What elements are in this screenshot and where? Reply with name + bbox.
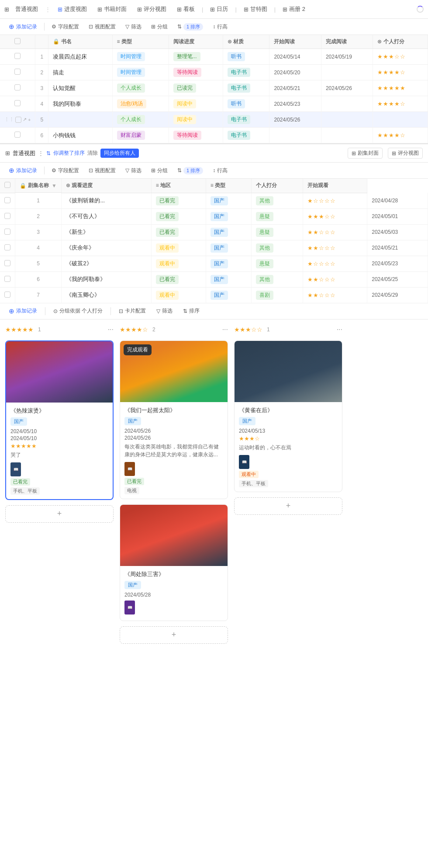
row-title[interactable]: 搞走	[48, 65, 112, 80]
series-cover-btn[interactable]: ⊞ 剧集封面	[348, 148, 383, 159]
row-title[interactable]: 凌晨四点起床	[48, 49, 112, 65]
row-checkbox-2[interactable]	[0, 271, 15, 287]
row-checkbox-2[interactable]	[0, 256, 15, 271]
row-personal-stars[interactable]: ★★☆☆☆	[303, 271, 367, 287]
th-type-1[interactable]: ≡ 类型	[112, 35, 169, 49]
movie-card[interactable]: 《热辣滚烫》 国产 2024/05/10 2024/05/10 ★★★★★ 哭了…	[5, 340, 114, 500]
add-record-btn-1[interactable]: ⊕ 添加记录	[5, 21, 41, 32]
row-personal-stars[interactable]: ★★☆☆☆	[303, 287, 367, 303]
row-watch-progress[interactable]: 观看中	[151, 240, 206, 256]
row-type[interactable]: 治愈/鸡汤	[112, 96, 169, 112]
row-checkbox-2[interactable]	[0, 208, 15, 224]
row-watch-progress[interactable]: 观看中	[151, 256, 206, 271]
row-personal-stars[interactable]: ★★☆☆☆	[303, 240, 367, 256]
row-region[interactable]: 国产	[206, 271, 251, 287]
row-title[interactable]: 我的阿勒泰	[48, 96, 112, 112]
add-card-btn[interactable]: +	[5, 505, 114, 523]
row-checkbox[interactable]: ⋮⋮ ↗ +	[0, 112, 35, 128]
tab-progress-view[interactable]: ⊞ 进度视图	[53, 3, 91, 15]
th-material-1[interactable]: ⊙ 材质	[223, 35, 269, 49]
row-progress[interactable]: 阅读中	[169, 96, 223, 112]
group-more-btn[interactable]: ···	[108, 326, 114, 333]
group-more-btn[interactable]: ···	[337, 326, 342, 333]
row-series-title[interactable]: 《不可告人》	[62, 208, 151, 224]
row-series-type[interactable]: 其他	[252, 271, 303, 287]
row-watch-progress[interactable]: 已看完	[151, 208, 206, 224]
tab-bookcover[interactable]: ⊞ 书籍封面	[93, 3, 131, 15]
row-series-type[interactable]: 喜剧	[252, 287, 303, 303]
th-personal-score[interactable]: 个人打分	[252, 179, 303, 193]
movie-card[interactable]: 《周处除三害》 国产 2024/05/28 📖	[120, 504, 228, 621]
group-btn-1[interactable]: ⊞ 分组	[148, 22, 171, 32]
th-watch-progress[interactable]: ⊙ 观看进度	[62, 179, 151, 193]
row-checkbox-2[interactable]	[0, 193, 15, 208]
row-personal-stars[interactable]: ★☆☆☆☆	[303, 256, 367, 271]
row-series-title[interactable]: 《披荆斩棘的...	[62, 193, 151, 208]
row-title[interactable]: 认知觉醒	[48, 80, 112, 96]
tab-calendar[interactable]: ⊞ 日历	[206, 3, 232, 15]
row-stars[interactable]	[373, 112, 428, 128]
th-checkbox-1[interactable]	[0, 35, 35, 49]
tab-kanban[interactable]: ⊞ 看板	[173, 3, 199, 15]
th-region[interactable]: ≡ 地区	[151, 179, 206, 193]
row-type[interactable]: 时间管理	[112, 49, 169, 65]
row-material[interactable]: 电子书	[223, 112, 269, 128]
row-type[interactable]: 财富启蒙	[112, 128, 169, 143]
filter-btn-1[interactable]: ▽ 筛选	[122, 22, 145, 32]
view-config-btn-2[interactable]: ⊡ 视图配置	[85, 166, 119, 176]
section2-more-icon[interactable]: ⋮	[38, 150, 44, 156]
row-region[interactable]: 国产	[206, 256, 251, 271]
row-region[interactable]: 国产	[206, 224, 251, 240]
add-card-btn[interactable]: +	[234, 497, 342, 515]
row-checkbox-2[interactable]	[0, 240, 15, 256]
row-checkbox-2[interactable]	[0, 287, 15, 303]
row-stars[interactable]: ★★★★★	[373, 80, 428, 96]
filter-btn-3[interactable]: ▽ 筛选	[153, 306, 176, 316]
row-material[interactable]: 听书	[223, 49, 269, 65]
rating-view-btn[interactable]: ⊞ 评分视图	[388, 148, 423, 159]
sort-btn-3[interactable]: ⇅ 排序	[179, 306, 203, 316]
row-personal-stars[interactable]: ★★☆☆☆	[303, 224, 367, 240]
row-series-title[interactable]: 《庆余年》	[62, 240, 151, 256]
row-checkbox[interactable]	[0, 96, 35, 112]
row-watch-progress[interactable]: 已看完	[151, 193, 206, 208]
sort-btn-1[interactable]: ⇅ 1 排序	[174, 22, 207, 32]
group-btn-2[interactable]: ⊞ 分组	[148, 166, 171, 176]
row-material[interactable]: 电子书	[223, 65, 269, 80]
row-checkbox[interactable]	[0, 65, 35, 80]
th-stars-1[interactable]: ⊙ 个人打分	[373, 35, 428, 49]
field-config-btn-2[interactable]: ⚙ 字段配置	[48, 166, 83, 176]
row-type[interactable]: 个人成长	[112, 80, 169, 96]
th-checkbox-2[interactable]	[0, 179, 15, 193]
row-stars[interactable]: ★★★★☆	[373, 65, 428, 80]
movie-card[interactable]: 完成观看 《我们一起摇太阳》 国产 2024/05/26 2024/05/26 …	[120, 340, 228, 499]
add-card-btn[interactable]: +	[120, 626, 228, 644]
row-checkbox[interactable]	[0, 49, 35, 65]
field-config-btn-1[interactable]: ⚙ 字段配置	[48, 22, 83, 32]
th-start-watch[interactable]: 开始观看	[303, 179, 367, 193]
sort-sync-btn[interactable]: 同步给所有人	[100, 149, 139, 158]
row-watch-progress[interactable]: 已看完	[151, 224, 206, 240]
row-material[interactable]: 电子书	[223, 128, 269, 143]
rowheight-btn-2[interactable]: ↕ 行高	[209, 166, 231, 176]
row-progress[interactable]: 等待阅读	[169, 65, 223, 80]
row-watch-progress[interactable]: 观看中	[151, 287, 206, 303]
row-series-title[interactable]: 《南玉卿心》	[62, 287, 151, 303]
add-record-btn-2[interactable]: ⊕ 添加记录	[5, 165, 41, 176]
row-series-type[interactable]: 悬疑	[252, 256, 303, 271]
row-checkbox-2[interactable]	[0, 224, 15, 240]
sort-btn-2[interactable]: ⇅ 1 排序	[174, 166, 207, 176]
group-more-btn[interactable]: ···	[222, 326, 228, 333]
filter-btn-2[interactable]: ▽ 筛选	[122, 166, 145, 176]
row-series-type[interactable]: 悬疑	[252, 224, 303, 240]
tab-normal-view[interactable]: 普通视图	[11, 3, 42, 15]
row-stars[interactable]: ★★★★☆	[373, 96, 428, 112]
row-checkbox[interactable]	[0, 80, 35, 96]
row-region[interactable]: 国产	[206, 287, 251, 303]
row-personal-stars[interactable]: ★★★☆☆	[303, 208, 367, 224]
movie-card[interactable]: 《黄雀在后》 国产 2024/05/13 ★★★☆ 运动时看的，心不在焉 📖 观…	[234, 340, 342, 492]
row-title[interactable]	[48, 112, 112, 128]
row-material[interactable]: 电子书	[223, 80, 269, 96]
tab-gantt[interactable]: ⊞ 甘特图	[239, 3, 272, 15]
th-end-1[interactable]: 完成阅读	[321, 35, 373, 49]
